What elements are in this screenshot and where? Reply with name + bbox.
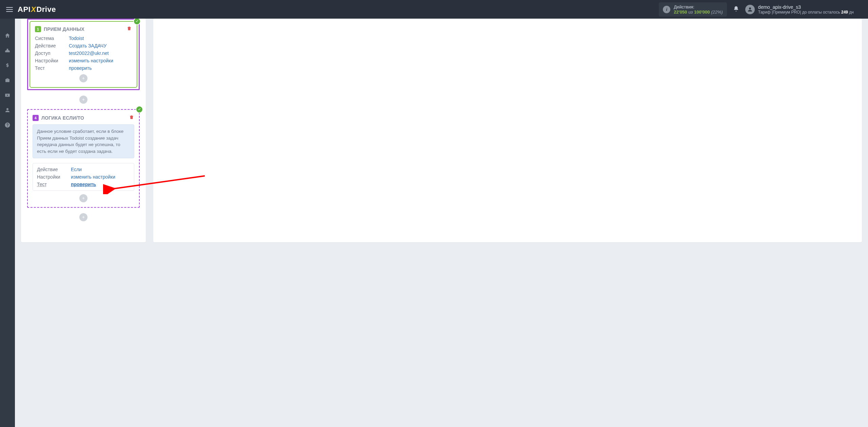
- access-link[interactable]: test20022@ukr.net: [69, 50, 132, 56]
- settings-link[interactable]: изменить настройки: [71, 174, 130, 180]
- add-step-inside-button[interactable]: [79, 194, 87, 202]
- delete-block-icon[interactable]: [126, 26, 132, 32]
- avatar-icon: [745, 5, 755, 14]
- notifications-icon[interactable]: [733, 6, 739, 13]
- logo-text-x: X: [31, 5, 36, 14]
- nav-home-icon[interactable]: [0, 28, 15, 43]
- logo-text-pre: API: [18, 5, 31, 14]
- system-link[interactable]: Todoist: [69, 36, 132, 41]
- test-link-highlighted[interactable]: проверить: [71, 182, 130, 187]
- user-menu[interactable]: demo_apix-drive_s3 Тариф |Премиум PRO| д…: [745, 4, 854, 15]
- condition-description: Данное условие сработает, если в блоке П…: [33, 124, 134, 158]
- side-nav: [0, 19, 15, 427]
- nav-briefcase-icon[interactable]: [0, 73, 15, 88]
- add-step-between-button[interactable]: [79, 96, 87, 104]
- info-icon: i: [663, 6, 670, 13]
- block-details: Система Todoist Действие Создать ЗАДАЧУ …: [35, 36, 132, 71]
- add-step-inside-button[interactable]: [79, 74, 87, 82]
- main-area: 1 ПРИЕМ ДАННЫХ Система Todoist Действие …: [15, 19, 868, 427]
- logo[interactable]: APIXDrive: [18, 5, 56, 14]
- action-link[interactable]: Создать ЗАДАЧУ: [69, 43, 132, 48]
- nav-video-icon[interactable]: [0, 88, 15, 103]
- block-title: ПРИЕМ ДАННЫХ: [44, 26, 84, 32]
- settings-link[interactable]: изменить настройки: [69, 58, 132, 63]
- delete-block-icon[interactable]: [129, 115, 134, 121]
- block-details-panel: Действие Если Настройки изменить настрой…: [33, 163, 134, 191]
- status-ok-icon: [133, 19, 141, 25]
- block-header: 4 ЛОГИКА ЕСЛИ/ТО: [33, 115, 134, 121]
- step-number: 1: [35, 26, 41, 32]
- kv-key: Действие: [37, 167, 67, 172]
- username: demo_apix-drive_s3: [758, 4, 854, 10]
- nav-connections-icon[interactable]: [0, 43, 15, 58]
- kv-key: Настройки: [35, 58, 65, 63]
- block-header: 1 ПРИЕМ ДАННЫХ: [35, 26, 132, 32]
- kv-key: Тест: [35, 65, 65, 71]
- nav-account-icon[interactable]: [0, 103, 15, 118]
- add-step-after-button[interactable]: [79, 213, 87, 221]
- actions-label: Действия:: [674, 4, 723, 9]
- flow-block-wrapper-1: 1 ПРИЕМ ДАННЫХ Система Todoist Действие …: [27, 19, 140, 90]
- flow-block-receive[interactable]: 1 ПРИЕМ ДАННЫХ Система Todoist Действие …: [29, 21, 137, 88]
- action-link[interactable]: Если: [71, 167, 130, 172]
- detail-panel: [153, 19, 862, 242]
- top-header: APIXDrive i Действия: 22'050 из 100'000 …: [0, 0, 868, 19]
- kv-key: Доступ: [35, 50, 65, 56]
- block-title: ЛОГИКА ЕСЛИ/ТО: [41, 115, 84, 121]
- step-number: 4: [33, 115, 39, 121]
- actions-value: 22'050 из 100'000 (22%): [674, 9, 723, 15]
- tariff-line: Тариф |Премиум PRO| до оплаты осталось 2…: [758, 10, 854, 15]
- kv-key: Система: [35, 36, 65, 41]
- logo-text-post: Drive: [36, 5, 56, 14]
- flow-panel: 1 ПРИЕМ ДАННЫХ Система Todoist Действие …: [21, 19, 146, 242]
- kv-key: Настройки: [37, 174, 67, 180]
- actions-counter[interactable]: i Действия: 22'050 из 100'000 (22%): [659, 2, 727, 17]
- kv-key: Тест: [37, 182, 67, 187]
- flow-block-logic[interactable]: 4 ЛОГИКА ЕСЛИ/ТО Данное условие сработае…: [27, 109, 140, 208]
- menu-toggle-icon[interactable]: [4, 5, 15, 14]
- status-ok-icon: [136, 106, 143, 113]
- nav-help-icon[interactable]: [0, 118, 15, 133]
- nav-billing-icon[interactable]: [0, 58, 15, 73]
- kv-key: Действие: [35, 43, 65, 48]
- test-link[interactable]: проверить: [69, 65, 132, 71]
